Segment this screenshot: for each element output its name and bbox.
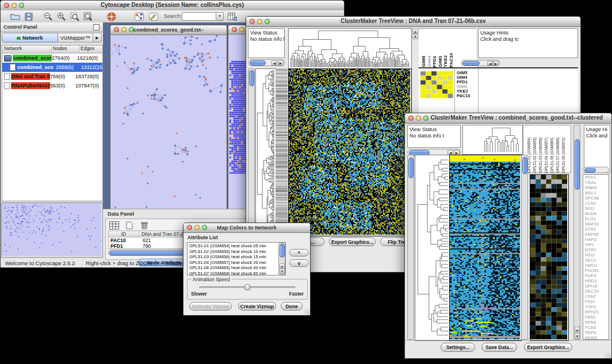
slider-thumb[interactable] [244,284,250,290]
animate-vizmap-button[interactable]: Animate Vizmap [189,302,232,311]
tv2-detail-heatmap[interactable] [530,174,569,341]
network-overview[interactable] [1,202,103,258]
gene-list-item[interactable]: HRD3 [585,278,609,283]
gene-list-item[interactable]: MON2 [585,335,609,340]
network-list-row[interactable]: combined_sco 2569(6) 13112(15) [2,63,102,72]
gene-list-item[interactable]: TCB3 [585,325,609,330]
gene-list-item[interactable]: NIS1 [585,206,609,211]
tv1-vscrollbar[interactable] [248,68,255,235]
minimize-icon[interactable] [239,27,244,32]
gene-list-item[interactable]: PUF3 [585,273,609,278]
network-nodes-icon[interactable] [133,12,146,21]
gene-list-item[interactable]: GTB1 [585,227,609,232]
gene-list-item[interactable]: FIG4 [585,299,609,304]
network-view-window[interactable]: combined_scores_good.txt--cluste... [110,25,227,209]
gene-list-item[interactable]: MSL1 [585,190,609,196]
attribute-down-button[interactable]: v [289,259,309,267]
help-lifering-icon[interactable] [105,12,118,21]
close-icon[interactable] [114,27,119,32]
window-controls[interactable] [4,3,24,8]
tv2-heatmap-vscrollbar[interactable] [521,155,528,340]
tv2-column-dendrogram[interactable] [462,125,523,155]
gene-list-item[interactable]: VIP1 [585,242,609,247]
close-icon[interactable] [232,27,237,32]
tv1-row-label-strip[interactable] [276,68,288,235]
dialog-titlebar[interactable]: Map Colors to Network [183,223,310,233]
close-icon[interactable] [408,116,414,121]
tv2-row-dendrogram[interactable] [415,155,450,341]
tv1-detail-hscrollbar[interactable]: ◀ ▶ [461,60,500,66]
done-button[interactable]: Done [281,302,303,311]
scroll-down-icon[interactable]: ▼ [412,34,418,39]
network-list-row[interactable]: combined_scores 2764(0) 16218(0) [2,53,102,63]
network-canvas[interactable] [111,35,225,208]
attribute-list[interactable]: GPL51-01 (GSM854) heat shock 05 minGPL51… [187,242,286,275]
annotation-icon[interactable] [147,12,160,21]
gene-list-item[interactable]: GPI16 [585,283,609,289]
minimize-icon[interactable] [121,27,127,32]
tv2-save-data-button[interactable]: Save Data... [481,343,517,352]
tv1-column-dendrogram[interactable] [288,28,412,69]
search-input[interactable] [182,12,216,21]
gene-list-item[interactable]: RNR4 [585,185,609,190]
tabs-more-button[interactable]: ▶ [93,33,102,43]
gene-list-item[interactable]: ELG1 [585,216,609,221]
attribute-list-item[interactable]: GPL51-01 (GSM854) heat shock 05 min [189,243,285,249]
attribute-list-item[interactable]: GPL51-07 (GSM868) heat shock 60 min [189,271,285,276]
gene-list-item[interactable]: PHO81 [585,268,609,273]
tv2-export-graphics-button[interactable]: Export Graphics... [524,343,572,352]
tv1-export-graphics-button[interactable]: Export Graphics... [329,237,376,246]
float-panel-icon[interactable] [93,24,100,30]
treeview1-titlebar[interactable]: ClusterMaker TreeView : DNA and Tran 07-… [246,17,580,27]
tv2-gene-list[interactable]: PFD1YRA1RNR4MSL1SPC98CLN1NIS1BUD4ELG1MAK… [583,174,609,340]
treeview2-titlebar[interactable]: ClusterMaker TreeView : combined_scores_… [405,113,611,124]
zoom-in-icon[interactable] [55,12,68,21]
gene-list-item[interactable]: HMG1 [585,263,609,268]
close-icon[interactable] [4,3,9,8]
gene-list-item[interactable]: MAK31 [585,221,609,227]
zoom-fit-icon[interactable] [82,12,94,21]
tv2-genelist-hscrollbar[interactable] [583,167,609,173]
gene-list-item[interactable]: PEP5 [585,330,609,335]
attribute-list-item[interactable]: GPL51-06 (GSM865) heat shock 40 min [189,265,285,271]
tv1-row-dendrogram[interactable] [255,68,276,236]
new-attribute-icon[interactable] [123,220,136,230]
gene-list-item[interactable]: SPC98 [585,196,609,201]
attribute-list-item[interactable]: GPL51-04 (GSM857) heat shock 20 min [189,260,285,266]
attribute-list-item[interactable]: GPL51-03 (GSM856) heat shock 15 min [189,254,285,260]
attribute-list-item[interactable]: GPL51-02 (GSM855) heat shock 10 min [189,249,285,255]
cytoscape-titlebar[interactable]: Cytoscape Desktop (Session Name: collins… [1,1,344,11]
gene-list-item[interactable]: RPN1 [585,320,609,325]
zoom-selected-icon[interactable] [68,12,81,21]
gene-list-item[interactable]: SEC1 [585,258,609,263]
gene-list-item[interactable]: SEC24 [585,289,609,294]
tab-network[interactable]: Network [2,33,58,43]
gene-list-item[interactable]: BUD4 [585,211,609,216]
gene-list-item[interactable]: CLN1 [585,201,609,206]
attribute-up-button[interactable]: ^ [289,249,309,256]
create-vizmap-button[interactable]: Create Vizmap [238,302,276,311]
network-table-header[interactable]: Network Nodes Edges [2,45,102,53]
resize-grip[interactable] [304,309,309,315]
close-icon[interactable] [250,19,255,24]
network-list-row[interactable]: DNA and Tran 07 769(0) 183728(0) [2,72,102,81]
gene-list-item[interactable]: RPO21 [585,309,609,315]
minimize-icon[interactable] [194,225,200,230]
zoom-out-icon[interactable] [42,12,55,21]
resize-grip[interactable] [605,352,611,358]
attribute-browser-icon[interactable] [226,12,239,21]
network-list-row[interactable]: RNAPuberNov2+ 563(0) 107847(0) [2,81,102,90]
open-folder-icon[interactable] [9,12,21,21]
save-icon[interactable] [22,12,35,21]
gene-list-item[interactable]: YRA1 [585,180,609,185]
gene-list-item[interactable]: YSH1 [585,304,609,309]
tv2-settings-button[interactable]: Settings... [441,343,475,352]
tv2-heatmap[interactable] [449,155,522,341]
scroll-up-icon[interactable]: ▲ [412,29,418,34]
gene-list-item[interactable]: MSI1 [585,252,609,258]
tab-vizmapper[interactable]: VizMapper™ [58,33,93,43]
col-header-id[interactable]: ID [109,231,139,237]
gene-list-item[interactable]: PAN1 [585,315,609,320]
gene-list-item[interactable]: HAP3 [585,237,609,242]
tv1-heatmap[interactable] [288,68,412,236]
